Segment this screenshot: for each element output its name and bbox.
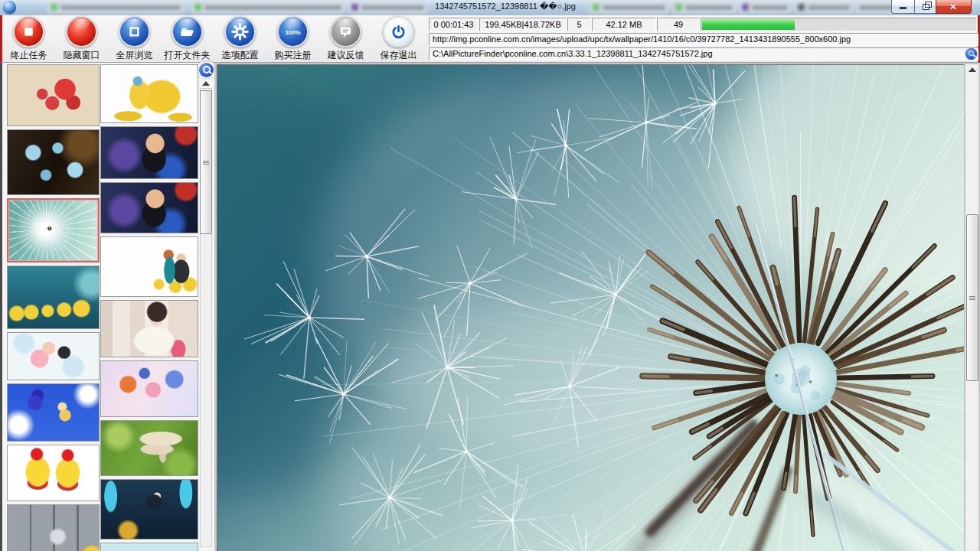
- toolbar: 终止任务隐藏窗口全屏浏览打开文件夹选项配置100%购买注册建议反馈保存退出 0 …: [0, 15, 980, 63]
- redacted-area: [191, 2, 345, 13]
- toolbar-button-label: 建议反馈: [328, 49, 364, 62]
- toolbar-button-label: 保存退出: [381, 49, 417, 62]
- svg-text:100%: 100%: [285, 29, 300, 36]
- thumbnail-plush-red[interactable]: [7, 64, 100, 126]
- toolbar-button-label: 打开文件夹: [165, 49, 211, 62]
- toolbar-button-label: 隐藏窗口: [64, 49, 100, 62]
- stop-task-button[interactable]: 终止任务: [2, 16, 55, 62]
- thumbnail-dandelion-selected[interactable]: [7, 198, 100, 262]
- search-icon[interactable]: [965, 48, 977, 60]
- scroll-up-icon[interactable]: [202, 81, 210, 86]
- toolbar-buttons: 终止任务隐藏窗口全屏浏览打开文件夹选项配置100%购买注册建议反馈保存退出: [2, 16, 426, 62]
- title-bar: 1342745751572_12398811 ��○.jpg: [0, 0, 980, 16]
- download-speed: 199.45KB|418.72KB: [479, 18, 567, 31]
- fullscreen-button[interactable]: 全屏浏览: [108, 16, 161, 62]
- source-url-field[interactable]: http://img.pconline.com.cn/images/upload…: [429, 33, 978, 46]
- restore-button[interactable]: [915, 0, 936, 14]
- save-exit-button[interactable]: 保存退出: [372, 16, 425, 62]
- redacted-area: [672, 2, 736, 13]
- thumbnail-anime-pink[interactable]: [100, 360, 198, 417]
- file-count: 49: [657, 18, 700, 31]
- thumbnail-anime-blue[interactable]: [7, 383, 100, 442]
- thumbnail-column-1: [7, 63, 100, 551]
- content-area: [0, 63, 980, 551]
- toolbar-button-label: 终止任务: [11, 49, 47, 62]
- window-title: 1342745751572_12398811 ��○.jpg: [429, 2, 582, 11]
- thread-count: 5: [567, 18, 591, 31]
- download-status-panel: 0 00:01:43 199.45KB|418.72KB 5 42.12 MB …: [429, 15, 978, 62]
- preview-scroll-thumb[interactable]: [966, 214, 978, 381]
- thumbnail-girl-game[interactable]: [100, 182, 198, 233]
- feedback-icon: [330, 16, 361, 47]
- local-path-text: C:\AllPictureFinder\pconline.com.cn\3.33…: [433, 49, 713, 58]
- preview-pane: [214, 63, 980, 551]
- power-icon: [383, 16, 414, 47]
- status-row: 0 00:01:43 199.45KB|418.72KB 5 42.12 MB …: [429, 18, 978, 31]
- gear-icon: [224, 16, 256, 47]
- thumbnail-sidebar: [2, 63, 214, 551]
- thumbnail-despicable-family[interactable]: [100, 236, 198, 297]
- preview-image-dandelion[interactable]: [217, 64, 964, 551]
- toolbar-button-label: 全屏浏览: [116, 49, 153, 62]
- none: [66, 16, 97, 47]
- redacted-area: [348, 2, 427, 13]
- stop-icon: [13, 16, 44, 47]
- close-button[interactable]: [936, 0, 972, 14]
- register-button[interactable]: 100%购买注册: [266, 16, 319, 62]
- redacted-area: [590, 2, 668, 13]
- redacted-area: [795, 2, 853, 13]
- window-controls: [891, 0, 972, 14]
- folder-icon: [172, 16, 203, 47]
- thumbnail-mushrooms[interactable]: [100, 420, 198, 476]
- thumbnail-anime-hug[interactable]: [7, 332, 100, 380]
- thumbnail-girl-game[interactable]: [100, 126, 198, 179]
- redacted-area: [47, 2, 184, 13]
- thumbnail-minions-factory[interactable]: [7, 266, 100, 329]
- thumbnail-minion-banana[interactable]: [100, 64, 198, 123]
- progress-bar: [701, 18, 977, 31]
- sidebar-scroll-thumb[interactable]: [200, 90, 212, 234]
- thumbnail-flowers-blue[interactable]: [7, 129, 100, 195]
- thumbnail-minions-santa[interactable]: [7, 445, 100, 501]
- percent-icon: 100%: [277, 16, 309, 47]
- zoom-icon[interactable]: [198, 62, 214, 78]
- open-folder-button[interactable]: 打开文件夹: [161, 16, 214, 62]
- redacted-area: [739, 2, 791, 13]
- progress-fill: [702, 19, 795, 30]
- scroll-up-icon[interactable]: [969, 67, 976, 72]
- feedback-button[interactable]: 建议反馈: [319, 16, 372, 62]
- thumbnail-girl-photo[interactable]: [100, 300, 198, 357]
- elapsed-time: 0 00:01:43: [429, 18, 479, 31]
- options-button[interactable]: 选项配置: [214, 16, 266, 62]
- toolbar-button-label: 购买注册: [275, 49, 312, 62]
- preview-scrollbar: [965, 64, 978, 551]
- thumbnail-ocean[interactable]: [100, 543, 198, 551]
- toolbar-button-label: 选项配置: [222, 49, 259, 62]
- minimize-button[interactable]: [891, 0, 915, 14]
- fullscreen-icon: [119, 16, 150, 47]
- hide-window-button[interactable]: 隐藏窗口: [55, 16, 108, 62]
- thumbnail-column-2: [100, 63, 198, 551]
- thumbnail-lockers[interactable]: [7, 504, 100, 551]
- local-path-field[interactable]: C:\AllPictureFinder\pconline.com.cn\3.33…: [429, 47, 978, 60]
- application-window: 1342745751572_12398811 ��○.jpg 终止任务隐藏窗口全…: [0, 0, 980, 551]
- thumbnail-anime-kirito[interactable]: [100, 479, 198, 540]
- sidebar-scrollbar: [198, 63, 214, 551]
- downloaded-size: 42.12 MB: [592, 18, 656, 31]
- app-orb-icon[interactable]: [3, 1, 16, 14]
